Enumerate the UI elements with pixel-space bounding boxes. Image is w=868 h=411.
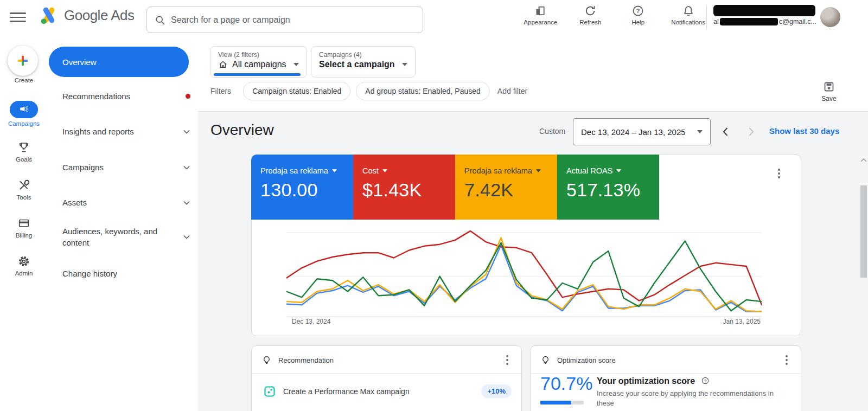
account-name-redacted bbox=[713, 5, 815, 16]
lightbulb-icon bbox=[261, 355, 272, 365]
recommendation-menu-button[interactable] bbox=[501, 354, 514, 367]
nav-item-audiences-keywords-content[interactable]: Audiences, keywords, and content bbox=[62, 226, 190, 248]
nav-item-change-history[interactable]: Change history bbox=[62, 268, 190, 279]
nav-item-recommendations[interactable]: Recommendations bbox=[62, 91, 190, 102]
x-axis-start-label: Dec 13, 2024 bbox=[292, 318, 330, 325]
metric-tab-prodaja-1[interactable]: Prodaja sa reklama 130.00 bbox=[251, 155, 353, 220]
show-last-30-days-link[interactable]: Show last 30 days bbox=[769, 126, 839, 136]
kebab-menu-icon bbox=[786, 355, 788, 365]
header-divider bbox=[706, 5, 707, 29]
filters-label: Filters bbox=[210, 87, 231, 95]
page-title: Overview bbox=[210, 121, 274, 139]
chevron-down-icon bbox=[183, 165, 190, 170]
nav-item-assets[interactable]: Assets bbox=[62, 197, 190, 208]
filter-chip-campaign-status[interactable]: Campaign status: Enabled bbox=[243, 82, 350, 100]
create-button[interactable] bbox=[8, 46, 38, 76]
admin-gear-icon bbox=[17, 255, 30, 268]
optimization-menu-button[interactable] bbox=[780, 354, 793, 367]
trend-chart[interactable] bbox=[286, 224, 762, 317]
metric-tab-actual-roas[interactable]: Actual ROAS 517.13% bbox=[557, 155, 659, 220]
optimization-score-value: 70.7% bbox=[540, 373, 592, 394]
rail-item-admin[interactable]: Admin bbox=[0, 255, 48, 277]
create-label: Create bbox=[0, 77, 48, 84]
caret-down-icon bbox=[332, 169, 337, 172]
view-value: All campaigns bbox=[232, 60, 286, 69]
create-plus-icon bbox=[16, 54, 30, 68]
optimization-body: Increase your score by applying the reco… bbox=[597, 389, 792, 408]
section-divider bbox=[198, 111, 868, 112]
nav-item-overview[interactable]: Overview bbox=[49, 47, 189, 77]
uplift-badge: +10% bbox=[481, 384, 512, 398]
chevron-right-icon bbox=[750, 128, 754, 136]
campaign-selector[interactable]: Campaigns (4) Select a campaign bbox=[311, 46, 416, 78]
app-title: Google Ads bbox=[64, 7, 134, 24]
rail-item-billing[interactable]: Billing bbox=[0, 217, 48, 239]
date-range-value: Dec 13, 2024 – Jan 13, 2025 bbox=[581, 127, 686, 137]
filter-chip-ad-group-status[interactable]: Ad group status: Enabled, Paused bbox=[356, 82, 489, 100]
appearance-button[interactable]: Appearance bbox=[524, 4, 557, 25]
goals-trophy-icon bbox=[17, 141, 30, 154]
rail-item-campaigns[interactable]: Campaigns bbox=[0, 101, 48, 127]
caret-down-icon bbox=[536, 169, 541, 172]
rail-item-tools[interactable]: Tools bbox=[0, 179, 48, 201]
optimization-score-bar bbox=[540, 401, 584, 404]
add-filter-button[interactable]: Add filter bbox=[497, 87, 527, 95]
optimization-heading: Your optimization score bbox=[597, 376, 695, 386]
metric-tabs: Prodaja sa reklama 130.00 Cost $1.43K Pr… bbox=[251, 155, 659, 220]
google-ads-logo: Google Ads bbox=[39, 5, 134, 25]
appearance-icon bbox=[534, 4, 547, 17]
nav-item-insights-and-reports[interactable]: Insights and reports bbox=[62, 126, 190, 137]
chevron-down-icon bbox=[183, 200, 190, 206]
optimization-score-card: Optimization score 70.7% Your optimizati… bbox=[530, 345, 801, 411]
help-circle-icon[interactable]: ? bbox=[701, 376, 710, 385]
billing-card-icon bbox=[17, 217, 30, 230]
campaigns-megaphone-icon bbox=[19, 105, 29, 114]
avatar[interactable] bbox=[820, 7, 840, 27]
rail-item-goals[interactable]: Goals bbox=[0, 141, 48, 163]
refresh-button[interactable]: Refresh bbox=[576, 4, 605, 25]
previous-period-button[interactable] bbox=[717, 124, 733, 140]
kebab-menu-icon bbox=[778, 169, 780, 178]
menu-icon[interactable] bbox=[10, 10, 26, 25]
filters-bar: Filters Campaign status: Enabled Ad grou… bbox=[210, 82, 527, 100]
performance-max-icon bbox=[264, 386, 276, 397]
help-button[interactable]: ? Help bbox=[623, 4, 653, 25]
nav-item-campaigns[interactable]: Campaigns bbox=[62, 162, 190, 173]
recommendation-card: Recommendation Create a Performance Max … bbox=[251, 345, 522, 411]
refresh-icon bbox=[584, 4, 597, 17]
lightbulb-icon bbox=[540, 355, 551, 365]
caret-down-icon bbox=[697, 130, 703, 133]
metric-tab-cost[interactable]: Cost $1.43K bbox=[353, 155, 455, 220]
active-view-indicator bbox=[214, 73, 301, 76]
search-icon bbox=[155, 15, 165, 25]
save-button[interactable]: Save bbox=[815, 80, 843, 102]
x-axis-end-label: Jan 13, 2025 bbox=[723, 318, 761, 325]
save-floppy-icon bbox=[822, 80, 835, 93]
chevron-down-icon bbox=[183, 234, 190, 240]
performance-chart-card: Prodaja sa reklama 130.00 Cost $1.43K Pr… bbox=[251, 155, 801, 336]
bell-icon bbox=[682, 4, 695, 17]
scrollbar-thumb[interactable] bbox=[860, 185, 867, 278]
view-selector[interactable]: View (2 filters) All campaigns bbox=[210, 46, 307, 78]
global-search[interactable] bbox=[146, 7, 423, 33]
scroll-up-icon[interactable] bbox=[860, 157, 867, 163]
top-actions: Appearance Refresh ? Help bbox=[524, 4, 705, 25]
next-period-button[interactable] bbox=[743, 124, 760, 140]
account-email-redacted bbox=[720, 18, 778, 25]
svg-text:?: ? bbox=[636, 8, 640, 14]
notifications-button[interactable]: Notifications bbox=[671, 4, 705, 25]
svg-text:?: ? bbox=[704, 378, 706, 383]
date-range-picker[interactable]: Dec 13, 2024 – Jan 13, 2025 bbox=[573, 118, 711, 145]
recommendation-item[interactable]: Create a Performance Max campaign +10% bbox=[252, 374, 521, 398]
secondary-nav: Overview Recommendations Insights and re… bbox=[48, 35, 198, 411]
top-bar: Google Ads Appearance bbox=[0, 0, 868, 35]
metric-tab-prodaja-2[interactable]: Prodaja sa reklama 7.42K bbox=[455, 155, 557, 220]
chart-card-menu-button[interactable] bbox=[773, 167, 786, 180]
search-input[interactable] bbox=[171, 15, 415, 25]
campaign-value: Select a campaign bbox=[319, 60, 395, 69]
date-mode-label: Custom bbox=[539, 127, 565, 136]
caret-down-icon bbox=[402, 63, 407, 66]
account-info[interactable]: al c@gmail.c... bbox=[713, 5, 816, 25]
google-ads-logo-icon bbox=[39, 5, 59, 25]
email-suffix: c@gmail.c... bbox=[779, 18, 816, 25]
